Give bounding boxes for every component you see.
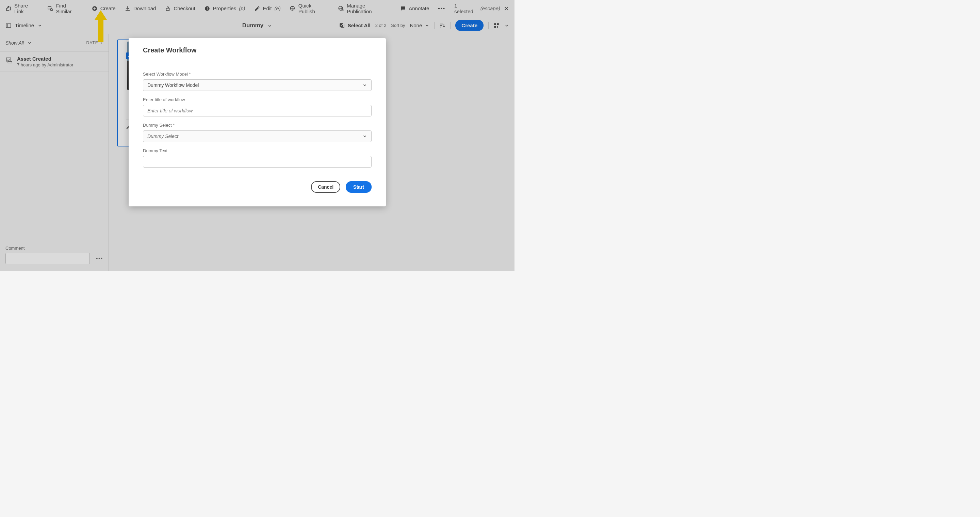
chevron-down-icon [363, 83, 367, 88]
cancel-button[interactable]: Cancel [311, 181, 340, 193]
chevron-down-icon [363, 134, 367, 139]
modal-scrim: Create Workflow Select Workflow Model * … [0, 0, 514, 271]
workflow-model-value: Dummy Workflow Model [147, 82, 199, 88]
dialog-title: Create Workflow [143, 46, 372, 54]
create-workflow-dialog: Create Workflow Select Workflow Model * … [129, 38, 386, 206]
workflow-model-select[interactable]: Dummy Workflow Model [143, 79, 372, 91]
dummy-text-label: Dummy Text [143, 148, 372, 153]
dummy-select[interactable]: Dummy Select [143, 131, 372, 142]
dummy-text-input[interactable] [143, 156, 372, 168]
workflow-title-label: Enter title of workflow [143, 97, 372, 102]
workflow-model-label: Select Workflow Model * [143, 72, 372, 77]
dummy-select-placeholder: Dummy Select [147, 134, 178, 139]
start-button[interactable]: Start [346, 181, 372, 193]
workflow-title-input[interactable] [143, 105, 372, 116]
dummy-select-label: Dummy Select * [143, 123, 372, 128]
